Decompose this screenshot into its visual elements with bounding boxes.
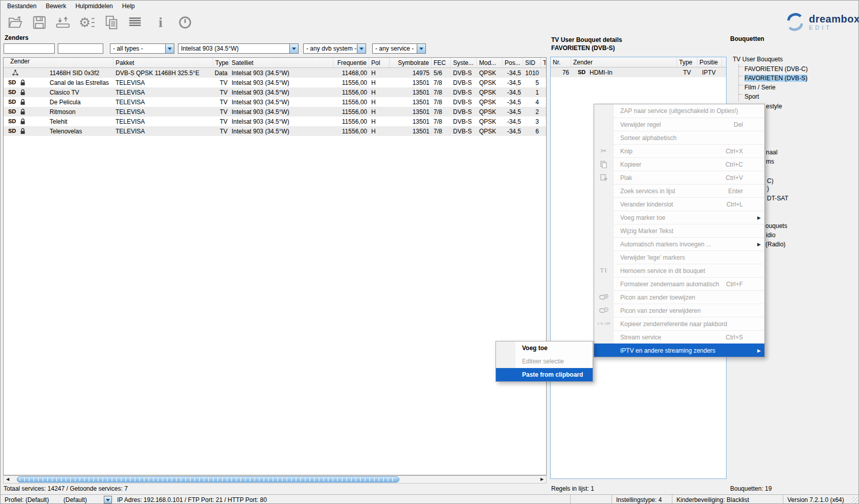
ftp-transfer-icon[interactable] <box>55 14 71 31</box>
col-modulatie[interactable]: Mod... <box>477 58 503 67</box>
menu-gutter <box>594 330 614 343</box>
submenu-item-label: Editeer selectie <box>522 358 564 365</box>
tree-root-tv-user-bouquets[interactable]: TV User Bouquets <box>733 56 783 63</box>
pakket-cell: TELEVISA <box>114 107 213 117</box>
zender-cell: SD Ritmoson <box>4 107 114 117</box>
menu-item-kopieer[interactable]: KopieerCtrl+C <box>594 157 764 171</box>
menu-item-stream-service[interactable]: Stream serviceCtrl+S <box>594 330 764 343</box>
filter-name-input[interactable] <box>4 43 55 54</box>
menu-item-verwijder-regel[interactable]: Verwijder regelDel <box>594 118 764 131</box>
menu-item-sorteer[interactable]: Sorteer alphabetisch <box>594 131 764 144</box>
col-zender[interactable]: Zender <box>571 57 677 67</box>
menu-item-verwijder-lege-markers[interactable]: Verwijder 'lege' markers <box>594 250 764 264</box>
col-positie[interactable]: Pos... <box>503 58 523 67</box>
lock-icon <box>20 99 26 105</box>
col-pakket[interactable]: Pakket <box>114 58 213 67</box>
col-satelliet[interactable]: Satelliet <box>230 58 333 67</box>
service-reference-icon: 1:0:100 <box>597 322 610 325</box>
menu-item-auto-markers[interactable]: Automatisch markers invoegen ...▶ <box>594 237 764 250</box>
tree-item-favorieten-dvbs[interactable]: FAVORIETEN (DVB-S) <box>739 74 808 83</box>
t-cell <box>541 68 546 78</box>
info-icon[interactable]: i <box>152 14 169 31</box>
col-type[interactable]: Type <box>677 57 697 67</box>
table-row[interactable]: SD De Pelicula TELEVISA TV Intelsat 903 … <box>4 97 546 107</box>
menu-item-picon-toewijzen[interactable]: Picon aan zender toewijzen <box>594 290 764 304</box>
menu-item-kopieer-referentie[interactable]: 1:0:100Kopieer zenderreferentie naar pla… <box>594 317 764 330</box>
horizontal-scrollbar[interactable]: ◀ ▶ <box>3 475 547 484</box>
col-t[interactable]: T <box>541 58 546 67</box>
col-pol[interactable]: Pol <box>369 58 390 67</box>
table-row[interactable]: SD Telehit TELEVISA TV Intelsat 903 (34.… <box>4 117 546 126</box>
chevron-down-icon[interactable] <box>165 44 174 53</box>
menu-item-kinderslot[interactable]: Verander kinderslotCtrl+L <box>594 197 764 211</box>
filter-dvb-system-combo[interactable]: - any dvb system - <box>303 43 366 54</box>
table-row[interactable]: 11468H SID 0x3f2 DVB-S QPSK 11468H 325.5… <box>4 68 546 78</box>
scroll-left-icon[interactable]: ◀ <box>4 476 12 483</box>
col-positie[interactable]: Positie <box>697 57 722 67</box>
pakket-cell: TELEVISA <box>114 97 213 107</box>
menu-item-voeg-marker[interactable]: Voeg marker toe▶ <box>594 211 764 224</box>
filter-type-combo[interactable]: - all types - <box>110 43 174 54</box>
t-cell <box>541 87 546 97</box>
save-file-icon[interactable] <box>31 14 48 31</box>
scrollbar-track[interactable] <box>12 476 538 483</box>
menu-item-knip[interactable]: ✂KnipCtrl+X <box>594 144 764 157</box>
col-frequentie[interactable]: Frequentie <box>333 58 369 67</box>
table-row[interactable]: SD Ritmoson TELEVISA TV Intelsat 903 (34… <box>4 107 546 117</box>
filter-package-input[interactable] <box>58 43 103 54</box>
menu-help[interactable]: Help <box>118 1 140 11</box>
tree-item-film-serie[interactable]: Film / Serie <box>739 83 808 92</box>
open-file-icon[interactable] <box>7 14 24 31</box>
col-systeem[interactable]: Syste... <box>451 58 477 67</box>
menu-item-wijzig-marker[interactable]: Wijzig Marker Tekst <box>594 224 764 237</box>
menu-item-plak[interactable]: PlakCtrl+V <box>594 171 764 184</box>
copy-services-icon[interactable] <box>103 14 120 31</box>
frequentie-cell: 11556,00 <box>333 107 369 117</box>
modulatie-cell: QPSK <box>477 78 503 87</box>
col-sid[interactable]: SID <box>523 58 541 67</box>
scrollbar-thumb[interactable] <box>17 476 399 483</box>
profile-dropdown-button[interactable] <box>104 496 112 503</box>
sid-cell: 1 <box>523 87 541 97</box>
menu-item-iptv-streaming[interactable]: IPTV en andere streaming zenders▶ <box>594 343 764 357</box>
modulatie-cell: QPSK <box>477 126 503 136</box>
tree-guide <box>739 83 743 85</box>
menu-item-zoek-services[interactable]: Zoek services in lijstEnter <box>594 184 764 197</box>
chevron-down-icon[interactable] <box>357 44 366 53</box>
menu-item-zap[interactable]: ZAP naar service (uitgeschakeld in Optie… <box>594 104 764 118</box>
filter-satellite-combo[interactable]: Intelsat 903 (34.5°W) <box>178 43 299 54</box>
table-row[interactable]: SD Telenovelas TELEVISA TV Intelsat 903 … <box>4 126 546 136</box>
filter-service-combo[interactable]: - any service - <box>372 43 426 54</box>
menu-bestanden[interactable]: Bestanden <box>3 1 41 11</box>
tree-item-favorieten-dvbc[interactable]: FAVORIETEN (DVB-C) <box>739 64 808 74</box>
resize-grip[interactable] <box>852 497 859 504</box>
chevron-down-icon[interactable] <box>289 44 298 53</box>
tree-fragment: naal <box>766 149 778 156</box>
submenu-item-voeg-toe[interactable]: Voeg toe <box>496 341 593 355</box>
col-nr[interactable]: Nr. <box>551 57 571 67</box>
fec-cell: 7/8 <box>432 107 451 117</box>
zender-cell: SD Telenovelas <box>4 126 114 136</box>
scroll-right-icon[interactable]: ▶ <box>538 476 546 483</box>
table-row[interactable]: SD Canal de las Estrellas TELEVISA TV In… <box>4 78 546 87</box>
menu-item-hernoem[interactable]: TIHernoem service in dit bouquet <box>594 264 764 277</box>
menu-item-formateer[interactable]: Formateer zendernaam automatischCtrl+F <box>594 277 764 290</box>
tree-item-sport[interactable]: Sport <box>739 92 808 101</box>
menu-hulpmiddelen[interactable]: Hulpmiddelen <box>71 1 117 11</box>
menu-item-picon-verwijderen[interactable]: Picon van zender verwijderen <box>594 304 764 317</box>
col-symbolrate[interactable]: Symbolrate <box>390 58 432 67</box>
table-row[interactable]: SD Clasico TV TELEVISA TV Intelsat 903 (… <box>4 87 546 97</box>
col-zender[interactable]: Zender <box>4 58 114 67</box>
submenu-item-editeer-selectie[interactable]: Editeer selectie <box>496 355 593 368</box>
submenu-item-paste-from-clipboard[interactable]: Paste from clipboard <box>496 368 593 381</box>
col-type[interactable]: Type <box>213 58 230 67</box>
list-lines-icon[interactable] <box>127 14 143 31</box>
col-fec[interactable]: FEC <box>432 58 451 67</box>
menu-bewerk[interactable]: Bewerk <box>41 1 71 11</box>
positie-cell: IPTV <box>697 67 722 77</box>
details-row[interactable]: 76 SD HDMI-In TV IPTV <box>551 67 726 77</box>
settings-icon[interactable]: ⚙ <box>79 14 95 31</box>
menu-gutter <box>594 131 614 144</box>
exit-power-icon[interactable] <box>177 14 193 31</box>
chevron-down-icon[interactable] <box>417 44 425 53</box>
